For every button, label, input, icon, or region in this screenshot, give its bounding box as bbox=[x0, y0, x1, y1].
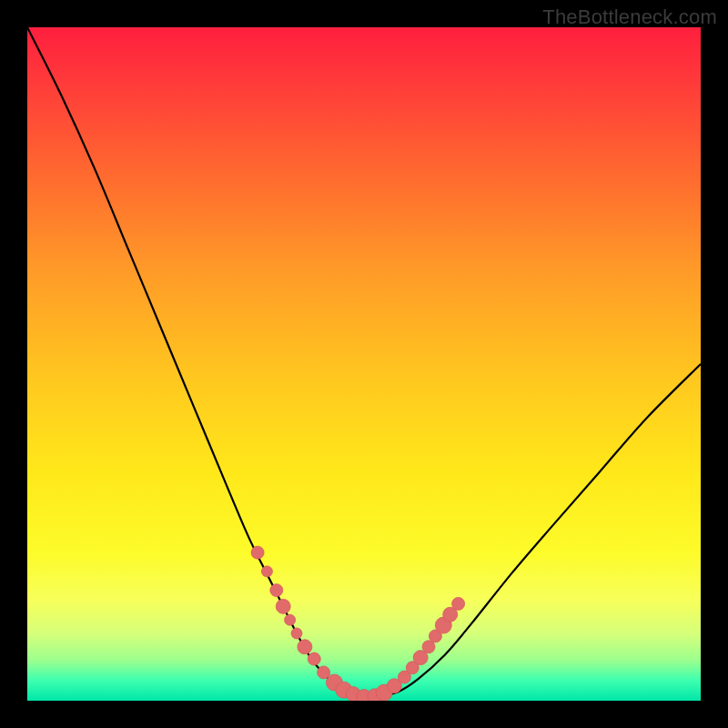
curve-layer bbox=[27, 27, 701, 701]
marker-group bbox=[251, 546, 465, 701]
curve-marker bbox=[261, 566, 272, 577]
plot-area bbox=[27, 27, 701, 701]
curve-marker bbox=[298, 640, 312, 654]
curve-marker bbox=[270, 584, 283, 597]
curve-marker bbox=[452, 597, 465, 610]
curve-marker bbox=[285, 614, 296, 625]
chart-frame: TheBottleneck.com bbox=[0, 0, 728, 728]
curve-marker bbox=[291, 628, 302, 639]
watermark-text: TheBottleneck.com bbox=[542, 5, 717, 29]
curve-marker bbox=[308, 652, 320, 665]
curve-marker bbox=[276, 599, 290, 613]
curve-marker bbox=[251, 546, 264, 559]
bottleneck-curve bbox=[27, 27, 701, 697]
